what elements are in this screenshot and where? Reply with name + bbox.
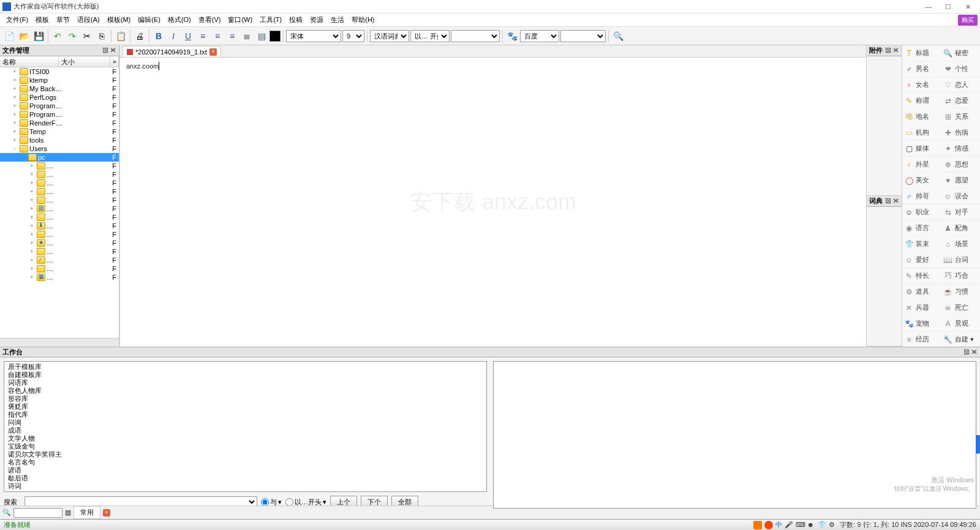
sidebar-item[interactable]: ☺职业 bbox=[902, 204, 941, 220]
ime-icon-5[interactable]: ☻ bbox=[807, 521, 815, 529]
ime-icon-3[interactable]: 🎤 bbox=[785, 521, 793, 529]
col-scroll-icon[interactable]: » bbox=[110, 56, 119, 67]
radio-startswith[interactable] bbox=[285, 498, 293, 506]
list-item[interactable]: 问询 bbox=[6, 419, 485, 427]
start-mode-select[interactable]: 以… 开始 bbox=[410, 30, 450, 42]
menu-edit[interactable]: 编辑(E) bbox=[134, 14, 164, 26]
tree-row[interactable]: +…F bbox=[0, 170, 119, 179]
list-item[interactable]: 褒贬库 bbox=[6, 403, 485, 411]
menu-life[interactable]: 生活 bbox=[327, 14, 348, 26]
sidebar-item[interactable]: ♥愿望 bbox=[941, 173, 981, 188]
list-item[interactable]: 自建模板库 bbox=[6, 371, 485, 379]
list-item[interactable]: 谚语 bbox=[6, 466, 485, 474]
menu-file[interactable]: 文件(F) bbox=[2, 14, 32, 26]
list-item[interactable]: 诗词 bbox=[6, 482, 485, 490]
tree-row[interactable]: +TempF bbox=[0, 127, 119, 136]
dict-type-select[interactable]: 汉语词典 bbox=[370, 30, 409, 42]
indent-icon[interactable]: ▤ bbox=[255, 29, 268, 43]
sidebar-item[interactable]: ⇆对手 bbox=[941, 204, 981, 220]
tree-row[interactable]: +▤…F bbox=[0, 204, 119, 213]
open-icon[interactable]: 📂 bbox=[17, 29, 31, 43]
sidebar-item[interactable]: ✎特长 bbox=[902, 268, 941, 284]
dict-close-icon[interactable]: ⮽ ✕ bbox=[885, 198, 899, 204]
bottom-tab-common[interactable]: 常用 bbox=[74, 506, 100, 519]
sidebar-item[interactable]: ⇄恋爱 bbox=[941, 93, 981, 109]
align-right-icon[interactable]: ≡ bbox=[225, 29, 239, 43]
col-size[interactable]: 大小 bbox=[59, 56, 110, 67]
search-engine-select[interactable]: 百度 bbox=[520, 30, 559, 42]
align-left-icon[interactable]: ≡ bbox=[196, 29, 209, 43]
sidebar-item[interactable]: ⊗思想 bbox=[941, 157, 981, 173]
panel-pin-icon[interactable]: ⮽ ✕ bbox=[102, 47, 116, 54]
tree-row[interactable]: +ktempF bbox=[0, 76, 119, 84]
tree-row[interactable]: +…F bbox=[0, 264, 119, 273]
list-item[interactable]: 宝级金句 bbox=[6, 442, 485, 450]
menu-format[interactable]: 格式(O) bbox=[164, 14, 195, 26]
sidebar-item[interactable]: ≡经历 bbox=[902, 332, 941, 346]
sidebar-item[interactable]: ✚伤病 bbox=[941, 125, 981, 141]
tree-row[interactable]: +★…F bbox=[0, 239, 119, 247]
ime-icon-1[interactable] bbox=[753, 521, 762, 529]
sidebar-item[interactable]: ⌂场景 bbox=[941, 236, 981, 252]
scroll-thumb[interactable] bbox=[976, 435, 980, 453]
font-size-select[interactable]: 9 bbox=[342, 30, 364, 42]
tree-row[interactable]: +toolsF bbox=[0, 136, 119, 144]
ime-icon-2[interactable] bbox=[764, 521, 773, 529]
ime-icon-4[interactable]: ⌨ bbox=[796, 521, 804, 529]
list-item[interactable]: 词语库 bbox=[6, 379, 485, 387]
sidebar-item[interactable]: T标题 bbox=[902, 45, 941, 61]
list-item[interactable]: 歇后语 bbox=[6, 474, 485, 482]
tab-list-icon[interactable]: ▥ bbox=[65, 509, 71, 517]
justify-icon[interactable]: ≣ bbox=[240, 29, 254, 43]
sidebar-item[interactable]: ♂男名 bbox=[902, 61, 941, 77]
minimize-button[interactable]: — bbox=[919, 1, 938, 13]
save-icon[interactable]: 💾 bbox=[32, 29, 45, 43]
list-item[interactable]: 名言名句 bbox=[6, 458, 485, 466]
workbench-close-icon[interactable]: ⮽ ✕ bbox=[963, 349, 978, 356]
redo-icon[interactable]: ↷ bbox=[66, 29, 79, 43]
paste-icon[interactable]: 📋 bbox=[114, 29, 127, 43]
radio-and[interactable] bbox=[261, 498, 269, 506]
undo-icon[interactable]: ↶ bbox=[51, 29, 64, 43]
tree-row[interactable]: +…F bbox=[0, 230, 119, 239]
color-picker[interactable] bbox=[270, 31, 281, 42]
tab-close-icon[interactable]: × bbox=[209, 48, 217, 56]
sidebar-item[interactable]: 巧巧合 bbox=[941, 268, 981, 284]
menu-tools[interactable]: 工具(T) bbox=[256, 14, 285, 26]
sidebar-item[interactable]: ♟配角 bbox=[941, 220, 981, 236]
menu-chapter[interactable]: 章节 bbox=[53, 14, 74, 26]
sidebar-item[interactable]: ♡恋人 bbox=[941, 77, 981, 93]
italic-icon[interactable]: I bbox=[167, 29, 180, 43]
sidebar-item[interactable]: ♀女名 bbox=[902, 77, 941, 93]
list-item[interactable]: 文学人物 bbox=[6, 435, 485, 442]
tree-row[interactable]: +Program…F bbox=[0, 110, 119, 119]
tree-row[interactable]: +RenderF…F bbox=[0, 119, 119, 127]
document-tab[interactable]: *20200714094919_1.txt × bbox=[123, 46, 221, 57]
menu-help[interactable]: 帮助(H) bbox=[348, 14, 378, 26]
bold-icon[interactable]: B bbox=[152, 29, 165, 43]
menu-resource[interactable]: 资源 bbox=[306, 14, 327, 26]
quicksearch-input[interactable] bbox=[13, 508, 62, 518]
menu-segment[interactable]: 语段(A) bbox=[74, 14, 104, 26]
sidebar-item[interactable]: ☠死亡 bbox=[941, 300, 981, 316]
list-item[interactable]: 成语 bbox=[6, 427, 485, 435]
tree-row[interactable]: +My Back…F bbox=[0, 84, 119, 93]
sidebar-item[interactable]: ◯美女 bbox=[902, 173, 941, 188]
sidebar-item[interactable]: ▢媒体 bbox=[902, 141, 941, 157]
sidebar-item[interactable]: ☺误会 bbox=[941, 188, 981, 204]
tree-row[interactable]: +⬇…F bbox=[0, 222, 119, 230]
close-button[interactable]: ✕ bbox=[958, 1, 978, 13]
menu-submit[interactable]: 投稿 bbox=[285, 14, 306, 26]
ime-lang[interactable]: 中 bbox=[775, 520, 782, 529]
col-name[interactable]: 名称 bbox=[0, 56, 59, 67]
tree-row[interactable]: +…F bbox=[0, 179, 119, 187]
sidebar-item[interactable]: ☺爱好 bbox=[902, 252, 941, 268]
tree-row[interactable]: +ITSI00F bbox=[0, 67, 119, 76]
sidebar-item[interactable]: ✦情感 bbox=[941, 141, 981, 157]
sidebar-item[interactable]: ⊞关系 bbox=[941, 109, 981, 125]
tree-row[interactable]: -UsersF bbox=[0, 144, 119, 153]
ime-icon-7[interactable]: ⚙ bbox=[829, 521, 837, 529]
list-item[interactable]: 指代库 bbox=[6, 411, 485, 419]
tree-row[interactable]: -pcF bbox=[0, 153, 119, 162]
sidebar-item[interactable]: ✎称谓 bbox=[902, 93, 941, 109]
